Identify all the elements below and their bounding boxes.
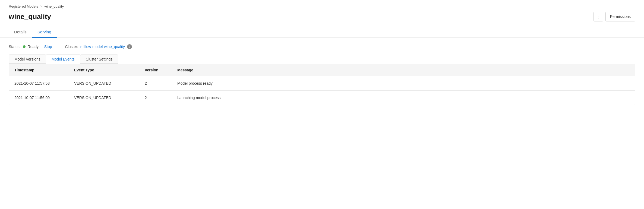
cell-version-0: 2 bbox=[145, 81, 177, 86]
cell-timestamp-1: 2021-10-07 11:56:09 bbox=[14, 96, 74, 100]
cell-event-type-1: VERSION_UPDATED bbox=[74, 96, 145, 100]
status-label: Status: bbox=[9, 45, 21, 49]
subtab-model-versions[interactable]: Model Versions bbox=[9, 55, 46, 64]
subtab-cluster-settings[interactable]: Cluster Settings bbox=[80, 55, 118, 64]
table-row: 2021-10-07 11:56:09 VERSION_UPDATED 2 La… bbox=[9, 91, 635, 105]
page-title: wine_quality bbox=[9, 12, 51, 21]
subtab-model-events[interactable]: Model Events bbox=[46, 55, 80, 64]
status-group: Status: Ready - Stop bbox=[9, 45, 52, 49]
breadcrumb-separator: > bbox=[40, 5, 42, 8]
status-row: Status: Ready - Stop Cluster: mlflow-mod… bbox=[9, 44, 635, 49]
content-area: Status: Ready - Stop Cluster: mlflow-mod… bbox=[0, 38, 644, 112]
cell-timestamp-0: 2021-10-07 11:57:53 bbox=[14, 81, 74, 86]
tab-details[interactable]: Details bbox=[9, 27, 32, 38]
table-wrapper: Timestamp Event Type Version Message 202… bbox=[9, 64, 635, 105]
tabs-row: Details Serving bbox=[9, 27, 635, 37]
cluster-group: Cluster: mlflow-model-wine_quality ? bbox=[65, 44, 132, 49]
help-icon[interactable]: ? bbox=[127, 44, 132, 49]
subtabs-row: Model Versions Model Events Cluster Sett… bbox=[9, 55, 635, 64]
title-row: wine_quality ⋮ Permissions bbox=[9, 12, 635, 21]
col-header-message: Message bbox=[177, 68, 630, 72]
col-header-version: Version bbox=[145, 68, 177, 72]
breadcrumb-current: wine_quality bbox=[44, 4, 64, 8]
status-dot-icon bbox=[23, 45, 26, 48]
tab-serving[interactable]: Serving bbox=[32, 27, 57, 38]
table-row: 2021-10-07 11:57:53 VERSION_UPDATED 2 Mo… bbox=[9, 76, 635, 91]
header-area: Registered Models > wine_quality wine_qu… bbox=[0, 0, 644, 38]
cell-version-1: 2 bbox=[145, 96, 177, 100]
header-actions: ⋮ Permissions bbox=[594, 12, 635, 21]
permissions-button[interactable]: Permissions bbox=[605, 12, 635, 21]
cell-event-type-0: VERSION_UPDATED bbox=[74, 81, 145, 86]
col-header-event-type: Event Type bbox=[74, 68, 145, 72]
status-text: Ready bbox=[28, 45, 39, 49]
cell-message-0: Model process ready bbox=[177, 81, 630, 86]
col-header-timestamp: Timestamp bbox=[14, 68, 74, 72]
breadcrumb-parent-link[interactable]: Registered Models bbox=[9, 4, 38, 8]
stop-link[interactable]: Stop bbox=[44, 45, 52, 49]
more-button[interactable]: ⋮ bbox=[594, 12, 603, 21]
status-dash: - bbox=[41, 45, 42, 49]
breadcrumb: Registered Models > wine_quality bbox=[9, 4, 635, 8]
table-header-row: Timestamp Event Type Version Message bbox=[9, 64, 635, 76]
page-wrapper: Registered Models > wine_quality wine_qu… bbox=[0, 0, 644, 209]
cluster-name-link[interactable]: mlflow-model-wine_quality bbox=[80, 45, 125, 49]
cluster-label: Cluster: bbox=[65, 45, 78, 49]
cell-message-1: Launching model process bbox=[177, 96, 630, 100]
